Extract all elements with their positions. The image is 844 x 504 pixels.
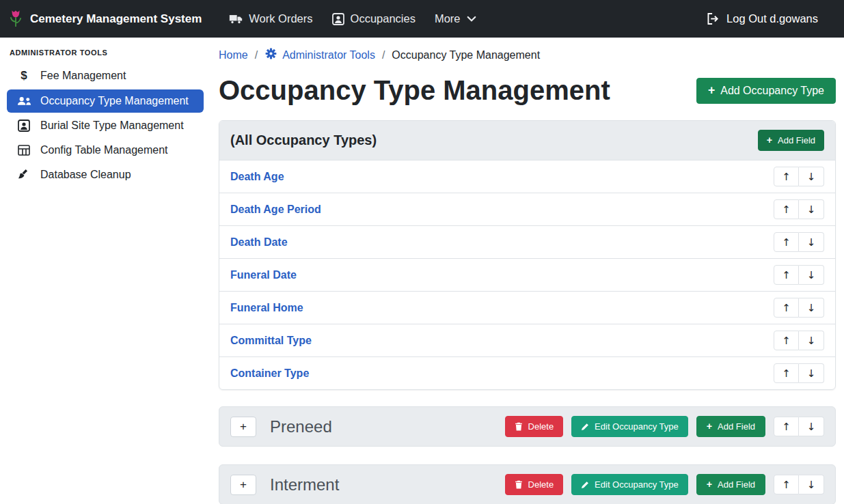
page-header: Occupancy Type Management + Add Occupanc… [219,72,836,107]
move-down-button[interactable]: ↓ [799,363,824,383]
trash-icon [515,480,523,489]
move-up-button[interactable]: ↑ [774,363,799,383]
add-field-button[interactable]: + Add Field [758,130,824,151]
app-brand[interactable]: Cemetery Management System [8,9,202,29]
sidebar-item-label: Occupancy Type Management [40,95,189,107]
sidebar-item-fee-management[interactable]: $ Fee Management [7,64,204,88]
nav-more[interactable]: More [425,7,486,31]
main-content: Home / [210,38,844,504]
breadcrumb-admin-tools-link[interactable]: Administrator Tools [264,47,375,63]
field-link[interactable]: Death Date [230,236,288,249]
breadcrumb-separator: / [382,49,385,61]
breadcrumb-home-link[interactable]: Home [219,49,248,61]
move-down-button[interactable]: ↓ [799,199,824,219]
field-link[interactable]: Funeral Date [230,269,297,281]
move-down-button[interactable]: ↓ [799,331,824,350]
move-up-button[interactable]: ↑ [774,232,799,252]
down-arrow-icon: ↓ [807,367,816,380]
down-arrow-icon: ↓ [807,302,816,314]
tulip-logo-icon [8,9,23,29]
section-title: Preneed [270,417,332,436]
move-down-button[interactable]: ↓ [799,417,824,436]
up-arrow-icon: ↑ [782,335,791,347]
sidebar-item-burial-site-type-management[interactable]: Burial Site Type Management [7,114,204,137]
plus-icon: + [707,421,712,431]
field-row: Funeral Home ↑ ↓ [219,292,835,324]
field-row: Committal Type ↑ ↓ [219,324,835,357]
add-occupancy-type-button[interactable]: + Add Occupancy Type [696,78,836,104]
field-row: Death Age Period ↑ ↓ [219,193,835,226]
button-label: Add Field [778,135,815,145]
nav-occupancies[interactable]: Occupancies [323,7,425,31]
nav-label: More [435,12,461,25]
sidebar-item-label: Config Table Management [40,144,168,156]
breadcrumb-label: Administrator Tools [282,49,375,61]
field-link[interactable]: Committal Type [230,335,312,347]
move-up-button[interactable]: ↑ [774,331,799,350]
breadcrumb-separator: / [255,49,258,61]
app-window: Cemetery Management System Work Orders [0,0,844,504]
main-nav: Work Orders Occupancies More [219,7,485,31]
broom-icon [16,169,31,181]
app-title: Cemetery Management System [30,12,202,26]
delete-button[interactable]: Delete [505,474,564,495]
field-row: Death Date ↑ ↓ [219,226,835,259]
reorder-buttons: ↑ ↓ [774,363,824,383]
field-link[interactable]: Death Age Period [230,204,321,216]
move-down-button[interactable]: ↓ [799,232,824,252]
up-arrow-icon: ↑ [782,171,791,183]
sidebar: ADMINISTRATOR TOOLS $ Fee Management Occ… [0,38,210,504]
down-arrow-icon: ↓ [807,236,816,249]
person-frame-icon [16,120,31,132]
nav-work-orders[interactable]: Work Orders [219,7,322,31]
sidebar-item-database-cleanup[interactable]: Database Cleanup [7,163,204,186]
logout-button[interactable]: Log Out d.gowans [697,7,828,31]
up-arrow-icon: ↑ [782,421,791,433]
button-label: Edit Occupancy Type [595,479,679,490]
add-field-button[interactable]: + Add Field [696,416,765,437]
move-down-button[interactable]: ↓ [799,475,824,494]
move-up-button[interactable]: ↑ [774,298,799,318]
sidebar-item-label: Burial Site Type Management [40,120,184,132]
move-down-button[interactable]: ↓ [799,298,824,318]
trash-icon [515,422,523,431]
move-up-button[interactable]: ↑ [774,475,799,494]
reorder-buttons: ↑ ↓ [774,265,824,285]
button-label: Add Occupancy Type [720,85,824,97]
nav-label: Occupancies [351,12,416,25]
section-actions: Delete Edit Occupancy Type + Add Field [505,474,824,495]
plus-icon: + [708,85,715,97]
breadcrumb-label: Home [219,49,248,61]
sidebar-item-occupancy-type-management[interactable]: Occupancy Type Management [7,89,204,113]
expand-button[interactable]: + [230,417,256,437]
section-actions: Delete Edit Occupancy Type + Add Field [505,416,824,437]
move-down-button[interactable]: ↓ [799,265,824,285]
users-icon [16,96,31,106]
plus-icon: + [240,478,247,492]
expand-button[interactable]: + [230,475,256,495]
sidebar-item-config-table-management[interactable]: Config Table Management [7,139,204,162]
gear-icon [264,47,277,63]
plus-icon: + [240,420,247,434]
move-up-button[interactable]: ↑ [774,167,799,186]
delete-button[interactable]: Delete [505,416,564,437]
button-label: Delete [528,479,554,490]
up-arrow-icon: ↑ [782,269,791,281]
all-occupancy-types-card: (All Occupancy Types) + Add Field Death … [219,120,836,390]
move-up-button[interactable]: ↑ [774,417,799,436]
edit-occupancy-type-button[interactable]: Edit Occupancy Type [571,474,688,495]
reorder-buttons: ↑ ↓ [774,417,824,436]
add-field-button[interactable]: + Add Field [696,474,765,495]
content-layout: ADMINISTRATOR TOOLS $ Fee Management Occ… [0,38,844,504]
field-row: Death Age ↑ ↓ [219,160,835,193]
field-link[interactable]: Container Type [230,367,309,380]
edit-occupancy-type-button[interactable]: Edit Occupancy Type [571,416,688,437]
logout-icon [707,13,720,25]
logout-label: Log Out d.gowans [726,12,818,25]
move-down-button[interactable]: ↓ [799,167,824,186]
move-up-button[interactable]: ↑ [774,199,799,219]
field-link[interactable]: Funeral Home [230,302,303,314]
field-link[interactable]: Death Age [230,171,284,183]
chevron-down-icon [467,16,476,23]
move-up-button[interactable]: ↑ [774,265,799,285]
